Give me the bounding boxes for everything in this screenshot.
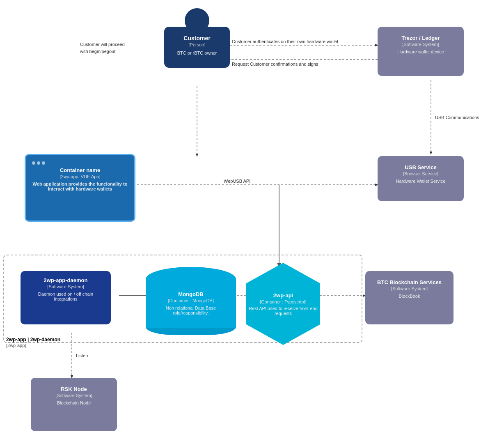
usb-service-desc: Hardware Wallet Service xyxy=(384,179,458,184)
confirm-label: Request Customer confirmations and signs xyxy=(232,62,318,67)
btc-desc: BlockBook xyxy=(371,294,447,299)
listen-label: Listen xyxy=(76,353,88,358)
btc-type: [Software System] xyxy=(371,286,447,291)
daemon-node: 2wp-app-daemon [Software System] Daemon … xyxy=(21,271,111,324)
trezor-node: Trezor / Ledger [Software System] Hardwa… xyxy=(378,27,464,76)
rsk-desc: Blockchain Node xyxy=(37,400,111,405)
container-name-node: Container name [2wp-app: VUE App] Web ap… xyxy=(25,154,135,222)
dot1 xyxy=(32,161,35,165)
trezor-type: [Software System] xyxy=(384,42,458,47)
auth-label: Customer authenticates on their own hard… xyxy=(232,39,338,44)
rsk-title: RSK Node xyxy=(37,386,111,392)
usb-service-title: USB Service xyxy=(384,164,458,170)
dashed-box-label1: 2wp-app | 2wp-daemon xyxy=(6,337,60,342)
twoWpApi-node: 2wp-api [Container : Typescript] Rest AP… xyxy=(242,263,324,345)
daemon-desc: Daemon used on / off chain integrations xyxy=(27,292,105,301)
dot3 xyxy=(42,161,45,165)
mongodb-title: MongoDB xyxy=(178,291,203,297)
mongodb-desc: Non relational Data Base role/responsibi… xyxy=(146,306,236,315)
customer-node: Customer [Person] BTC or rBTC owner xyxy=(164,8,230,68)
dot2 xyxy=(37,161,40,165)
mongodb-type: [Container : MongoDB] xyxy=(168,298,214,303)
usb-label: USB Communications xyxy=(435,115,479,120)
customer-desc: BTC or rBTC owner xyxy=(170,51,224,55)
window-dots xyxy=(32,161,128,165)
trezor-title: Trezor / Ledger xyxy=(384,35,458,41)
diagram: Customer authenticates on their own hard… xyxy=(0,0,497,448)
rsk-node: RSK Node [Software System] Blockchain No… xyxy=(31,378,117,431)
api-title: 2wp-api xyxy=(273,292,293,299)
customer-type: [Person] xyxy=(170,42,224,47)
usb-service-node: USB Service [Browser Service] Hardware W… xyxy=(378,156,464,201)
customer-body: Customer [Person] BTC or rBTC owner xyxy=(164,27,230,68)
container-desc: Web application provides the funcionalit… xyxy=(32,181,128,191)
hexagon-shape: 2wp-api [Container : Typescript] Rest AP… xyxy=(242,263,324,345)
btc-title: BTC Blockchain Services xyxy=(371,279,447,285)
btc-blockchain-node: BTC Blockchain Services [Software System… xyxy=(365,271,453,324)
daemon-type: [Software System] xyxy=(27,284,105,289)
rsk-type: [Software System] xyxy=(37,393,111,398)
customer-title: Customer xyxy=(170,35,224,41)
dashed-box-label2: [2wp-app] xyxy=(6,343,26,348)
webusb-label: WebUSB API xyxy=(224,179,250,184)
mongodb-node: MongoDB [Container : MongoDB] Non relati… xyxy=(146,267,236,335)
container-type: [2wp-app: VUE App] xyxy=(32,174,128,179)
customer-head-icon xyxy=(185,8,209,33)
api-type: [Container : Typescript] xyxy=(260,299,307,304)
api-desc: Rest API used to receive front-end reque… xyxy=(246,306,320,316)
daemon-title: 2wp-app-daemon xyxy=(27,277,105,283)
container-title: Container name xyxy=(32,167,128,173)
usb-service-type: [Browser Service] xyxy=(384,171,458,176)
trezor-desc: Hardware wallet device xyxy=(384,49,458,54)
customer-proceed-label: Customer will proceed with begin/pegout xyxy=(80,41,146,55)
